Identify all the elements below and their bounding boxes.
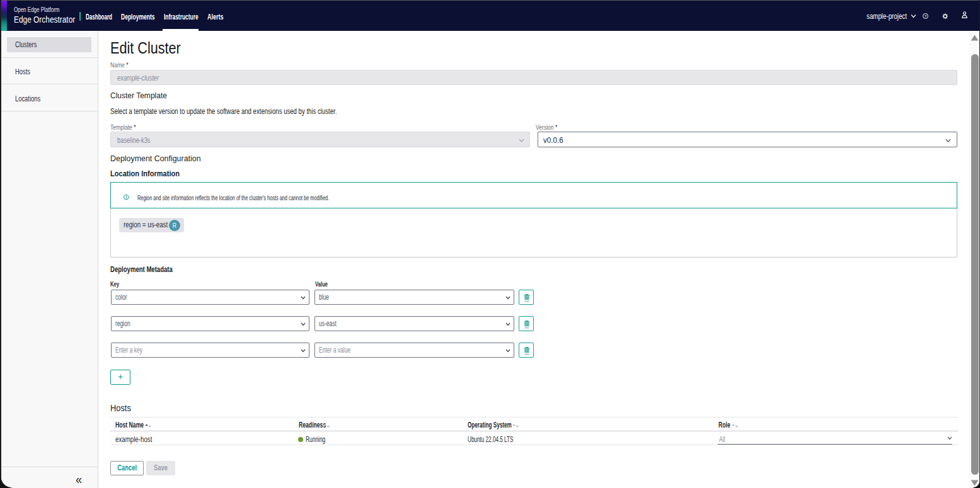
svg-text:?: ? bbox=[925, 14, 927, 18]
